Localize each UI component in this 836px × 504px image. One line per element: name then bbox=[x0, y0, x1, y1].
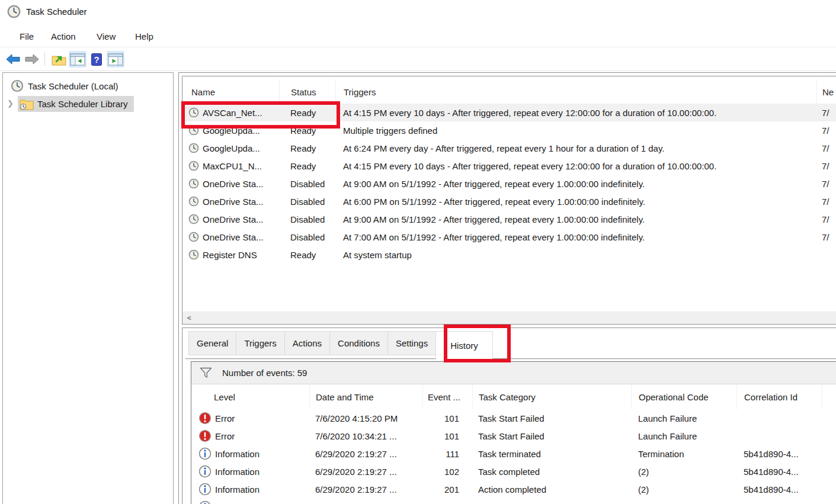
table-row[interactable]: GoogleUpda... Ready At 6:24 PM every day… bbox=[182, 139, 836, 157]
task-next-run: 7/ bbox=[816, 143, 836, 153]
column-header-date-time[interactable]: Date and Time bbox=[309, 384, 422, 409]
event-level: Error bbox=[215, 431, 235, 441]
table-row[interactable]: Register DNS Ready At system startup bbox=[182, 246, 836, 264]
table-row[interactable]: OneDrive Sta... Disabled At 7:00 AM on 5… bbox=[182, 228, 836, 246]
task-list-body: AVSCan_Net... Ready At 4:15 PM every 10 … bbox=[182, 104, 836, 264]
table-row[interactable]: OneDrive Sta... Disabled At 9:00 AM on 5… bbox=[182, 210, 836, 228]
task-name: AVSCan_Net... bbox=[203, 108, 262, 118]
task-triggers: At 6:24 PM every day - After triggered, … bbox=[335, 143, 816, 153]
history-row[interactable]: Information 6/29/2020 2:19:27 ... 111 Ta… bbox=[191, 445, 836, 463]
event-count-label: Number of events: 59 bbox=[222, 368, 307, 378]
tab-actions[interactable]: Actions bbox=[284, 331, 330, 355]
history-row[interactable]: Error 7/6/2020 10:34:21 ... 101 Task Sta… bbox=[191, 427, 836, 445]
event-id: 102 bbox=[422, 467, 472, 477]
task-name: GoogleUpda... bbox=[203, 126, 260, 136]
information-icon bbox=[198, 465, 212, 478]
column-header-operational-code[interactable]: Operational Code bbox=[631, 384, 736, 409]
scroll-left-icon[interactable]: < bbox=[182, 314, 196, 322]
export-folder-icon[interactable] bbox=[50, 51, 68, 68]
information-icon bbox=[198, 447, 212, 460]
event-operational-code: (2) bbox=[631, 484, 736, 495]
history-row[interactable]: Information 6/29/2020 2:19:27 ... 201 Ac… bbox=[191, 480, 836, 498]
event-task-category: Task Start Failed bbox=[472, 431, 631, 441]
table-row[interactable]: GoogleUpda... Ready Multiple triggers de… bbox=[182, 121, 836, 139]
console-tree-toggle-icon[interactable] bbox=[69, 51, 87, 68]
back-arrow-icon[interactable] bbox=[4, 51, 22, 68]
table-row[interactable]: MaxCPU1_N... Ready At 4:15 PM every 10 d… bbox=[182, 157, 836, 175]
history-header: Level Date and Time Event ... Task Categ… bbox=[191, 384, 836, 409]
event-task-category: Task completed bbox=[472, 467, 631, 477]
tab-history[interactable]: History bbox=[435, 331, 493, 360]
task-detail-pane: GeneralTriggersActionsConditionsSettings… bbox=[182, 328, 836, 504]
task-clock-icon bbox=[188, 107, 199, 118]
tab-conditions[interactable]: Conditions bbox=[329, 331, 388, 355]
event-correlation-id: 5b41d890-4... bbox=[736, 484, 822, 495]
task-status: Ready bbox=[279, 143, 335, 153]
tree-item-task-scheduler-local[interactable]: Task Scheduler (Local) bbox=[11, 78, 118, 94]
menu-help[interactable]: Help bbox=[135, 31, 153, 41]
column-header-level[interactable]: Level bbox=[191, 384, 309, 409]
task-triggers: At 9:00 AM on 5/1/1992 - After triggered… bbox=[335, 214, 816, 224]
filter-funnel-icon bbox=[200, 367, 212, 378]
table-row[interactable]: OneDrive Sta... Disabled At 6:00 PM on 5… bbox=[182, 192, 836, 210]
task-status: Disabled bbox=[279, 197, 335, 207]
event-datetime: 6/29/2020 2:19:27 ... bbox=[309, 467, 422, 477]
column-header-triggers[interactable]: Triggers bbox=[335, 80, 816, 104]
forward-arrow-icon[interactable] bbox=[23, 51, 41, 68]
task-status: Ready bbox=[279, 108, 335, 118]
tree-item-task-scheduler-library[interactable]: Task Scheduler Library bbox=[18, 96, 134, 112]
tab-triggers[interactable]: Triggers bbox=[236, 331, 284, 355]
task-clock-icon bbox=[188, 232, 199, 242]
svg-text:?: ? bbox=[94, 54, 99, 64]
menu-bar: File Action View Help bbox=[0, 30, 836, 46]
main-region: Name Status Triggers Ne AVSCan_Net... Re… bbox=[178, 72, 836, 504]
column-header-filler bbox=[822, 384, 836, 409]
history-row[interactable]: Error 7/6/2020 4:15:20 PM 101 Task Start… bbox=[191, 409, 836, 427]
window-titlebar: Task Scheduler bbox=[7, 5, 87, 18]
event-task-category: Task Start Failed bbox=[472, 413, 631, 423]
menu-file[interactable]: File bbox=[20, 31, 34, 41]
menu-view[interactable]: View bbox=[97, 31, 116, 41]
event-operational-code: Launch Failure bbox=[631, 413, 736, 423]
tab-general[interactable]: General bbox=[188, 331, 236, 355]
column-header-event-id[interactable]: Event ... bbox=[422, 384, 472, 409]
task-next-run: 7/ bbox=[816, 126, 836, 136]
task-clock-icon bbox=[188, 249, 199, 260]
event-level: Information bbox=[215, 467, 260, 477]
table-row[interactable]: AVSCan_Net... Ready At 4:15 PM every 10 … bbox=[182, 104, 836, 121]
event-task-category: Action completed bbox=[472, 484, 631, 495]
history-row[interactable] bbox=[191, 498, 836, 504]
task-triggers: At system startup bbox=[335, 250, 816, 260]
menu-action[interactable]: Action bbox=[51, 31, 76, 41]
task-clock-icon bbox=[188, 160, 199, 171]
toolbar: ? bbox=[0, 49, 126, 70]
event-level: Information bbox=[215, 449, 260, 459]
error-icon bbox=[198, 412, 212, 425]
column-header-task-category[interactable]: Task Category bbox=[472, 384, 631, 409]
chevron-right-icon[interactable]: ❯ bbox=[7, 99, 14, 108]
column-header-correlation-id[interactable]: Correlation Id bbox=[736, 384, 822, 409]
event-datetime: 7/6/2020 4:15:20 PM bbox=[309, 413, 422, 423]
detail-tab-bar: GeneralTriggersActionsConditionsSettings… bbox=[189, 331, 493, 360]
help-icon[interactable]: ? bbox=[88, 51, 105, 68]
action-pane-toggle-icon[interactable] bbox=[107, 51, 124, 68]
task-next-run: 7/ bbox=[816, 197, 836, 207]
event-id: 101 bbox=[422, 431, 472, 441]
task-name: MaxCPU1_N... bbox=[203, 161, 262, 171]
event-id: 201 bbox=[422, 484, 472, 495]
column-header-next-run[interactable]: Ne bbox=[816, 80, 836, 104]
task-name: Register DNS bbox=[203, 250, 257, 260]
task-status: Disabled bbox=[279, 179, 335, 189]
history-row[interactable]: Information 6/29/2020 2:19:27 ... 102 Ta… bbox=[191, 463, 836, 480]
task-clock-icon bbox=[188, 178, 199, 189]
column-header-status[interactable]: Status bbox=[279, 80, 335, 104]
task-name: GoogleUpda... bbox=[203, 143, 260, 153]
task-scheduler-icon bbox=[7, 5, 21, 18]
event-operational-code: Termination bbox=[631, 449, 736, 459]
task-name: OneDrive Sta... bbox=[203, 232, 264, 242]
horizontal-scrollbar[interactable]: < bbox=[182, 312, 836, 324]
column-header-name[interactable]: Name bbox=[182, 80, 279, 104]
table-row[interactable]: OneDrive Sta... Disabled At 9:00 AM on 5… bbox=[182, 175, 836, 192]
tab-settings[interactable]: Settings bbox=[387, 331, 436, 355]
menu-divider bbox=[0, 47, 836, 47]
